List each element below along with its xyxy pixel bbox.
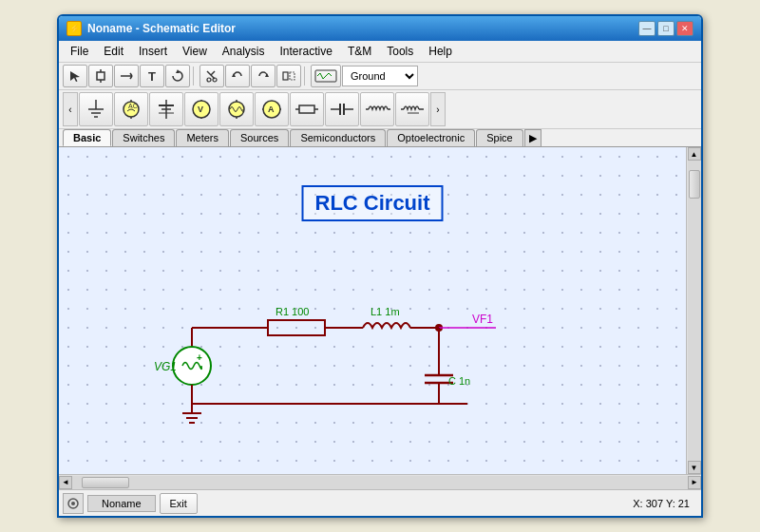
scroll-track-h[interactable] — [72, 476, 688, 489]
ground-component-button[interactable] — [79, 92, 113, 126]
vertical-scrollbar[interactable]: ▲ ▼ — [686, 147, 701, 474]
rotate-tool-button[interactable] — [165, 65, 190, 87]
wire-tool-button[interactable] — [114, 65, 139, 87]
coil-button[interactable] — [395, 92, 429, 126]
scroll-down-button[interactable]: ▼ — [688, 461, 701, 474]
svg-point-58 — [173, 347, 211, 385]
menu-file[interactable]: File — [63, 43, 96, 60]
component-toolbar: ‹ AC — [59, 90, 701, 129]
svg-text:V: V — [198, 104, 203, 114]
svg-text:+: + — [197, 352, 202, 363]
close-button[interactable]: ✕ — [676, 21, 694, 36]
svg-rect-63 — [268, 320, 325, 335]
oscilloscope-button[interactable] — [311, 65, 341, 87]
scroll-up-button[interactable]: ▲ — [688, 147, 701, 161]
svg-text:R1 100: R1 100 — [276, 306, 309, 317]
status-settings-icon[interactable] — [63, 493, 84, 514]
svg-marker-0 — [70, 71, 80, 82]
svg-point-79 — [71, 502, 75, 505]
voltmeter-button[interactable]: V — [184, 92, 218, 126]
circuit-diagram: + — [135, 242, 562, 451]
scroll-left-button[interactable]: ◄ — [59, 476, 72, 489]
title-bar-left: ⚡ Noname - Schematic Editor — [66, 21, 236, 36]
title-bar: ⚡ Noname - Schematic Editor — □ ✕ — [59, 16, 701, 41]
svg-text:A: A — [268, 104, 275, 114]
svg-rect-1 — [97, 72, 104, 80]
scroll-right-button[interactable]: ► — [688, 476, 701, 489]
scroll-thumb-h[interactable] — [82, 477, 129, 488]
svg-point-10 — [207, 78, 211, 82]
window-controls: — □ ✕ — [638, 21, 694, 36]
tab-semiconductors[interactable]: Semiconductors — [290, 129, 386, 146]
menu-tm[interactable]: T&M — [340, 43, 379, 60]
svg-text:VG1: VG1 — [154, 360, 177, 373]
minimize-button[interactable]: — — [638, 21, 656, 36]
tab-row: Basic Switches Meters Sources Semiconduc… — [59, 129, 701, 147]
tab-spice[interactable]: Spice — [476, 129, 523, 146]
undo-button[interactable] — [225, 65, 250, 87]
status-bar: Noname Exit X: 307 Y: 21 — [59, 489, 701, 516]
ground-dropdown[interactable]: Ground VCC Power Signal — [342, 66, 418, 86]
voltage-source-button[interactable]: AC — [114, 92, 148, 126]
svg-text:C 1n: C 1n — [448, 375, 470, 387]
coordinates-display: X: 307 Y: 21 — [633, 498, 697, 509]
svg-rect-15 — [290, 72, 294, 80]
power-supply-button[interactable] — [149, 92, 183, 126]
svg-point-33 — [229, 102, 244, 117]
main-window: ⚡ Noname - Schematic Editor — □ ✕ File E… — [57, 14, 703, 518]
svg-rect-14 — [283, 72, 288, 80]
maximize-button[interactable]: □ — [657, 21, 674, 36]
exit-button[interactable]: Exit — [160, 493, 198, 514]
cut-button[interactable] — [200, 65, 224, 87]
svg-text:VF1: VF1 — [472, 313, 493, 326]
mirror-button[interactable] — [276, 65, 301, 87]
tab-switches[interactable]: Switches — [112, 129, 175, 146]
menu-tools[interactable]: Tools — [379, 43, 421, 60]
menu-help[interactable]: Help — [421, 43, 460, 60]
tab-more-button[interactable]: ▶ — [524, 129, 542, 146]
tab-sources[interactable]: Sources — [230, 129, 289, 146]
select-tool-button[interactable] — [63, 65, 87, 87]
menu-view[interactable]: View — [175, 43, 215, 60]
capacitor-button[interactable] — [325, 92, 359, 126]
menu-bar: File Edit Insert View Analysis Interacti… — [59, 41, 701, 63]
comp-next-button[interactable]: › — [430, 92, 446, 126]
svg-line-9 — [211, 71, 215, 75]
tab-meters[interactable]: Meters — [176, 129, 229, 146]
svg-point-11 — [213, 78, 217, 82]
circuit-title: RLC Circuit — [302, 185, 444, 221]
redo-button[interactable] — [251, 65, 276, 87]
separator-2 — [304, 66, 308, 86]
main-area: RLC Circuit + — [59, 147, 701, 474]
separator-1 — [193, 66, 197, 86]
tab-optoelectronic[interactable]: Optoelectronic — [387, 129, 475, 146]
schematic-tab[interactable]: Noname — [87, 495, 156, 512]
toolbar-row-1: T Ground VCC Power Signa — [59, 63, 701, 90]
ammeter-button[interactable]: A — [255, 92, 289, 126]
status-left: Noname Exit — [63, 493, 198, 514]
horizontal-scrollbar[interactable]: ◄ ► — [59, 474, 701, 489]
svg-text:AC: AC — [128, 103, 138, 109]
schematic-canvas[interactable]: RLC Circuit + — [59, 147, 686, 474]
tab-basic[interactable]: Basic — [63, 129, 111, 146]
scroll-thumb-v[interactable] — [689, 170, 700, 199]
app-icon: ⚡ — [66, 21, 82, 36]
window-title: Noname - Schematic Editor — [87, 22, 236, 35]
menu-edit[interactable]: Edit — [96, 43, 131, 60]
inductor-button[interactable] — [360, 92, 394, 126]
svg-text:L1 1m: L1 1m — [370, 306, 400, 317]
menu-analysis[interactable]: Analysis — [215, 43, 273, 60]
scroll-track-v[interactable] — [688, 161, 701, 461]
comp-prev-button[interactable]: ‹ — [63, 92, 78, 126]
text-tool-button[interactable]: T — [140, 65, 164, 87]
component-tool-button[interactable] — [88, 65, 113, 87]
svg-rect-41 — [299, 105, 314, 113]
menu-insert[interactable]: Insert — [131, 43, 175, 60]
resistor-button[interactable] — [290, 92, 324, 126]
vsine-button[interactable] — [219, 92, 254, 126]
menu-interactive[interactable]: Interactive — [273, 43, 340, 60]
